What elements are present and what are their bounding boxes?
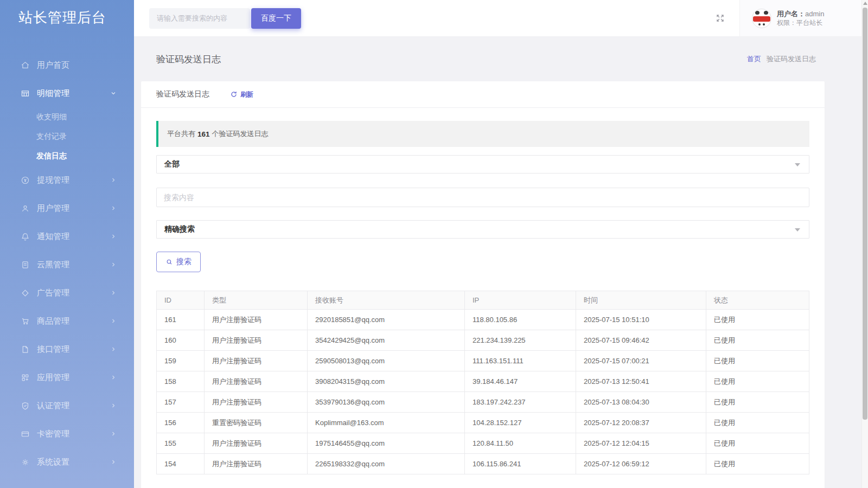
sidebar-item-detail-management[interactable]: 明细管理	[0, 79, 134, 107]
alert-prefix: 平台共有	[167, 129, 195, 139]
cell-ip: 118.80.105.86	[465, 310, 576, 330]
cell-account: 2920185851@qq.com	[308, 310, 465, 330]
document-icon	[21, 260, 30, 269]
table-header-row: ID 类型 接收账号 IP 时间 状态	[157, 291, 809, 310]
sidebar-item-label: 系统设置	[37, 457, 69, 467]
cell-id: 155	[157, 433, 205, 454]
cell-account: 3539790136@qq.com	[308, 392, 465, 413]
fullscreen-icon[interactable]	[715, 13, 725, 23]
sidebar-item-label: 提现管理	[37, 175, 69, 185]
search-button-label: 搜索	[176, 257, 192, 267]
role-value: 平台站长	[796, 19, 822, 27]
col-header-status: 状态	[706, 291, 809, 310]
breadcrumb-home-link[interactable]: 首页	[747, 55, 761, 63]
cell-id: 157	[157, 392, 205, 413]
col-header-id: ID	[157, 291, 205, 310]
baidu-search-button[interactable]: 百度一下	[251, 8, 301, 29]
topbar-search-input[interactable]	[149, 8, 250, 29]
username-value: admin	[805, 10, 824, 18]
cell-time: 2025-07-13 12:50:41	[576, 371, 706, 392]
sidebar-item-cloud-blacklist[interactable]: 云黑管理	[0, 251, 134, 279]
sidebar-item-user-management[interactable]: 用户管理	[0, 194, 134, 222]
cell-ip: 106.115.86.241	[465, 454, 576, 474]
sidebar-subitem-income-detail[interactable]: 收支明细	[0, 107, 134, 127]
refresh-icon	[230, 91, 238, 98]
log-table: ID 类型 接收账号 IP 时间 状态 161 用户注册验证码 29201858…	[156, 291, 809, 474]
cell-id: 160	[157, 330, 205, 351]
sidebar-item-ad-management[interactable]: 广告管理	[0, 279, 134, 307]
user-icon	[21, 204, 30, 213]
cell-account: 2590508013@qq.com	[308, 351, 465, 371]
cell-time: 2025-07-12 12:04:15	[576, 433, 706, 454]
sidebar-item-notice-management[interactable]: 通知管理	[0, 222, 134, 251]
table-row: 159 用户注册验证码 2590508013@qq.com 111.163.15…	[157, 351, 809, 371]
card-header: 验证码发送日志 刷新	[141, 81, 825, 108]
caret-down-icon	[795, 228, 800, 232]
bell-icon	[21, 232, 30, 241]
card-body: 平台共有 161 个验证码发送日志 全部 精确搜索	[141, 108, 825, 488]
apps-icon	[21, 373, 30, 382]
sidebar-item-card-key-management[interactable]: 卡密管理	[0, 420, 134, 448]
cell-status: 已使用	[706, 392, 809, 413]
cell-type: 用户注册验证码	[205, 392, 308, 413]
sidebar-item-api-management[interactable]: 接口管理	[0, 335, 134, 363]
diamond-icon	[21, 288, 30, 298]
user-menu[interactable]: 用户名：admin 权限：平台站长	[739, 0, 861, 36]
sidebar-item-product-management[interactable]: 商品管理	[0, 307, 134, 335]
cell-ip: 221.234.139.225	[465, 330, 576, 351]
avatar[interactable]	[752, 9, 771, 28]
sidebar-item-label: 用户首页	[37, 60, 69, 70]
sidebar-item-app-management[interactable]: 应用管理	[0, 363, 134, 391]
log-table-body: 161 用户注册验证码 2920185851@qq.com 118.80.105…	[157, 310, 809, 474]
search-button[interactable]: 搜索	[156, 252, 201, 272]
cell-status: 已使用	[706, 454, 809, 474]
cell-account: 3908204315@qq.com	[308, 371, 465, 392]
sidebar-item-label: 通知管理	[37, 232, 69, 242]
sidebar-subitem-payment-records[interactable]: 支付记录	[0, 127, 134, 146]
type-select[interactable]: 全部	[156, 155, 809, 174]
scroll-up-arrow-icon[interactable]	[863, 2, 867, 5]
table-row: 155 用户注册验证码 1975146455@qq.com 120.84.11.…	[157, 433, 809, 454]
sidebar-item-label: 用户管理	[37, 203, 69, 214]
cell-type: 重置密码验证码	[205, 413, 308, 433]
sidebar-item-withdraw-management[interactable]: 提现管理	[0, 166, 134, 194]
chevron-right-icon	[110, 346, 117, 352]
alert-suffix: 个验证码发送日志	[212, 129, 269, 139]
chevron-right-icon	[110, 318, 117, 324]
sidebar-item-label: 广告管理	[37, 288, 69, 298]
cell-status: 已使用	[706, 330, 809, 351]
sidebar-item-label: 认证管理	[37, 401, 69, 411]
chevron-down-icon	[110, 90, 117, 97]
cell-status: 已使用	[706, 371, 809, 392]
chevron-right-icon	[110, 261, 117, 268]
cell-time: 2025-07-15 10:51:10	[576, 310, 706, 330]
card-tab-label: 验证码发送日志	[156, 89, 209, 99]
cell-type: 用户注册验证码	[205, 454, 308, 474]
sidebar-subitem-label: 发信日志	[36, 151, 67, 161]
scrollbar-thumb[interactable]	[863, 8, 867, 420]
refresh-button[interactable]: 刷新	[230, 90, 253, 99]
topbar: 百度一下 用户名：admin 权限：平台站长	[134, 0, 861, 37]
table-row: 161 用户注册验证码 2920185851@qq.com 118.80.105…	[157, 310, 809, 330]
shield-check-icon	[21, 401, 30, 410]
file-icon	[21, 345, 30, 354]
vertical-scrollbar[interactable]	[861, 0, 868, 488]
mode-select[interactable]: 精确搜索	[156, 220, 809, 239]
table-row: 156 重置密码验证码 Koplimmail@163.com 104.28.15…	[157, 413, 809, 433]
role-label: 权限：	[777, 19, 796, 27]
sidebar-item-user-home[interactable]: 用户首页	[0, 51, 134, 79]
cell-account: Koplimmail@163.com	[308, 413, 465, 433]
cell-account: 2265198332@qq.com	[308, 454, 465, 474]
cell-ip: 183.197.242.237	[465, 392, 576, 413]
gear-icon	[21, 458, 30, 467]
sidebar-item-auth-management[interactable]: 认证管理	[0, 391, 134, 420]
sidebar-item-system-settings[interactable]: 系统设置	[0, 448, 134, 476]
sidebar-subitem-mail-log[interactable]: 发信日志	[0, 146, 134, 166]
username-label: 用户名：	[777, 10, 805, 18]
card-icon	[21, 429, 30, 439]
money-circle-icon	[21, 176, 30, 185]
brand-title: 站长管理后台	[0, 0, 134, 51]
sidebar-nav: 用户首页 明细管理 收支明细 支付记录 发信日志	[0, 51, 134, 476]
cell-id: 161	[157, 310, 205, 330]
keyword-input[interactable]	[156, 188, 809, 207]
